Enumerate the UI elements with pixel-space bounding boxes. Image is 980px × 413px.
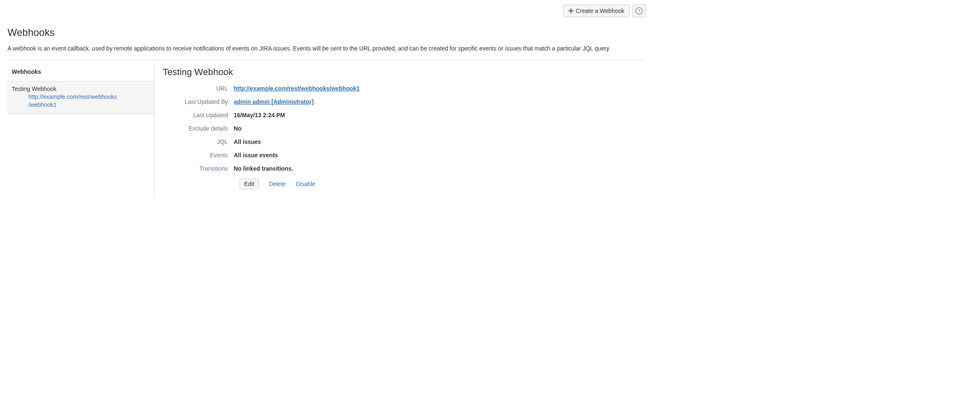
webhooks-list-pane: Webhooks Testing Webhook http://example.… xyxy=(8,60,154,198)
detail-label-transitions: Transitions xyxy=(163,165,234,172)
detail-value-transitions: No linked transitions. xyxy=(234,165,293,172)
webhook-list-item[interactable]: Testing Webhook http://example.com/rest/… xyxy=(8,81,154,114)
detail-label-events: Events xyxy=(163,152,234,159)
detail-label-updated-by: Last Updated By xyxy=(163,98,234,105)
detail-value-updated: 16/May/13 2:24 PM xyxy=(234,112,285,118)
webhook-item-title: Testing Webhook xyxy=(12,86,150,92)
create-webhook-button[interactable]: Create a Webhook xyxy=(563,5,630,17)
detail-title: Testing Webhook xyxy=(163,67,637,78)
detail-actions: Edit Delete Disable xyxy=(240,179,637,189)
detail-row-url: URL http://example.com/rest/webhooks/web… xyxy=(163,85,637,92)
edit-button[interactable]: Edit xyxy=(240,179,259,189)
webhooks-list-header: Webhooks xyxy=(8,60,154,81)
detail-value-events: All issue events xyxy=(234,152,278,159)
detail-label-updated: Last Updated xyxy=(163,112,234,118)
detail-value-url[interactable]: http://example.com/rest/webhooks/webhook… xyxy=(234,85,360,92)
detail-row-transitions: Transitions No linked transitions. xyxy=(163,165,637,172)
help-button[interactable]: ? xyxy=(632,4,646,18)
page-title: Webhooks xyxy=(8,27,646,38)
webhook-item-url-line2: /webhook1 xyxy=(28,101,57,108)
detail-row-exclude: Exclude details No xyxy=(163,125,637,132)
detail-label-exclude: Exclude details xyxy=(163,125,234,132)
create-webhook-label: Create a Webhook xyxy=(576,8,624,14)
detail-value-updated-by[interactable]: admin admin [Administrator] xyxy=(234,98,313,105)
svg-text:?: ? xyxy=(638,8,640,13)
detail-row-jql: JQL All issues xyxy=(163,139,637,145)
detail-label-url: URL xyxy=(163,85,234,92)
disable-link[interactable]: Disable xyxy=(296,181,316,187)
top-actions: Create a Webhook ? xyxy=(8,4,646,18)
webhook-item-url: http://example.com/rest/webhooks /webhoo… xyxy=(12,93,150,109)
webhook-detail-pane: Testing Webhook URL http://example.com/r… xyxy=(154,60,646,198)
detail-row-updated-by: Last Updated By admin admin [Administrat… xyxy=(163,98,637,105)
detail-value-jql: All issues xyxy=(234,139,261,145)
help-icon: ? xyxy=(635,7,643,15)
detail-row-events: Events All issue events xyxy=(163,152,637,159)
detail-label-jql: JQL xyxy=(163,139,234,145)
detail-value-exclude: No xyxy=(234,125,242,132)
plus-icon xyxy=(568,8,573,13)
content-split: Webhooks Testing Webhook http://example.… xyxy=(8,60,646,198)
detail-row-updated: Last Updated 16/May/13 2:24 PM xyxy=(163,112,637,118)
webhook-item-url-line1: http://example.com/rest/webhooks xyxy=(28,93,117,100)
page-description: A webhook is an event callback, used by … xyxy=(8,44,646,53)
delete-link[interactable]: Delete xyxy=(269,181,285,187)
